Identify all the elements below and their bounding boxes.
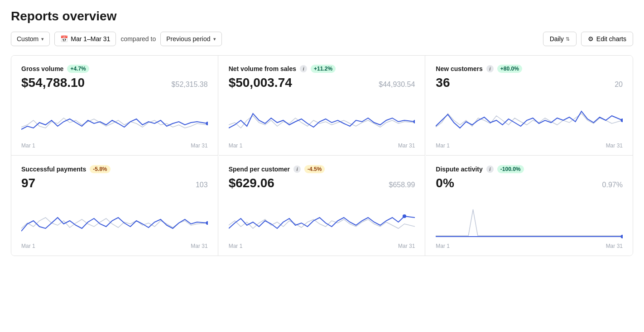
chart-area [21, 95, 208, 141]
previous-period-button[interactable]: Previous period ▾ [160, 32, 221, 46]
status-badge: -4.5% [304, 165, 325, 173]
card-label: Spend per customer [229, 166, 290, 173]
card-values: 0% 0.97% [436, 176, 623, 190]
calendar-icon: 📅 [60, 35, 68, 43]
compared-to-label: compared to [120, 35, 156, 43]
date-end: Mar 31 [606, 142, 623, 149]
svg-point-4 [403, 214, 406, 218]
date-end: Mar 31 [606, 243, 623, 249]
secondary-value: $52,315.38 [172, 81, 208, 89]
card-header: Gross volume +4.7% [21, 65, 208, 73]
date-end: Mar 31 [398, 142, 415, 149]
card-values: $54,788.10 $52,315.38 [21, 76, 208, 90]
status-badge: -100.0% [497, 165, 524, 173]
card-new-customers: New customers i +80.0% 36 20 Mar 1 Mar 3… [426, 56, 633, 156]
chart-dates: Mar 1 Mar 31 [229, 243, 415, 249]
secondary-value: 20 [615, 81, 623, 89]
card-label: New customers [436, 65, 482, 72]
secondary-value: 103 [196, 181, 208, 189]
edit-charts-label: Edit charts [596, 35, 626, 43]
daily-button[interactable]: Daily ⇅ [543, 32, 577, 46]
card-values: 36 20 [436, 76, 623, 90]
svg-point-1 [413, 120, 415, 123]
secondary-value: $44,930.54 [379, 81, 415, 89]
date-end: Mar 31 [398, 243, 415, 249]
primary-value: 0% [436, 176, 454, 190]
primary-value: 36 [436, 76, 450, 90]
line-chart [229, 196, 415, 241]
gear-icon: ⚙ [588, 35, 594, 43]
line-chart [21, 196, 208, 241]
toolbar: Custom ▾ 📅 Mar 1–Mar 31 compared to Prev… [11, 32, 633, 46]
chart-area [229, 95, 415, 141]
line-chart [229, 95, 415, 141]
daily-label: Daily [550, 35, 564, 43]
chart-dates: Mar 1 Mar 31 [21, 243, 208, 249]
date-start: Mar 1 [436, 243, 450, 249]
line-chart [436, 196, 623, 241]
svg-point-5 [621, 235, 623, 238]
date-range-label: Mar 1–Mar 31 [71, 35, 110, 43]
date-start: Mar 1 [21, 142, 35, 149]
card-header: Dispute activity i -100.0% [436, 165, 623, 173]
chart-dates: Mar 1 Mar 31 [436, 243, 623, 249]
info-icon[interactable]: i [293, 166, 301, 173]
card-net-volume: Net volume from sales i +11.2% $50,003.7… [219, 56, 426, 156]
page-title: Reports overview [11, 9, 633, 24]
date-start: Mar 1 [436, 142, 450, 149]
previous-period-label: Previous period [166, 35, 210, 43]
card-label: Gross volume [21, 65, 63, 72]
line-chart [436, 95, 623, 141]
chart-area [436, 196, 623, 241]
chevron-down-icon: ▾ [41, 36, 44, 42]
card-header: New customers i +80.0% [436, 65, 623, 73]
updown-icon: ⇅ [566, 36, 570, 42]
line-chart [21, 95, 208, 141]
primary-value: 97 [21, 176, 35, 190]
status-badge: +80.0% [497, 65, 522, 73]
info-icon[interactable]: i [486, 65, 494, 72]
edit-charts-button[interactable]: ⚙ Edit charts [581, 32, 633, 46]
chart-area [229, 196, 415, 241]
custom-label: Custom [17, 35, 38, 43]
chart-dates: Mar 1 Mar 31 [436, 142, 623, 149]
date-start: Mar 1 [229, 142, 243, 149]
card-header: Spend per customer i -4.5% [229, 165, 415, 173]
secondary-value: 0.97% [602, 181, 623, 189]
card-spend-per-customer: Spend per customer i -4.5% $629.06 $658.… [219, 156, 426, 256]
primary-value: $50,003.74 [229, 76, 292, 90]
card-gross-volume: Gross volume +4.7% $54,788.10 $52,315.38… [11, 56, 218, 156]
info-icon[interactable]: i [300, 65, 307, 72]
metrics-grid: Gross volume +4.7% $54,788.10 $52,315.38… [11, 55, 633, 256]
chart-dates: Mar 1 Mar 31 [21, 142, 208, 149]
card-label: Dispute activity [436, 166, 482, 173]
card-label: Net volume from sales [229, 65, 296, 72]
svg-point-2 [621, 119, 623, 122]
card-successful-payments: Successful payments -5.8% 97 103 Mar 1 M… [11, 156, 218, 256]
card-values: $50,003.74 $44,930.54 [229, 76, 415, 90]
chart-area [21, 196, 208, 241]
chevron-down-icon-2: ▾ [213, 36, 216, 42]
card-values: 97 103 [21, 176, 208, 190]
date-range-button[interactable]: 📅 Mar 1–Mar 31 [54, 32, 116, 46]
card-values: $629.06 $658.99 [229, 176, 415, 190]
card-header: Successful payments -5.8% [21, 165, 208, 173]
status-badge: -5.8% [90, 165, 110, 173]
chart-dates: Mar 1 Mar 31 [229, 142, 415, 149]
primary-value: $54,788.10 [21, 76, 85, 90]
card-header: Net volume from sales i +11.2% [229, 65, 415, 73]
status-badge: +4.7% [67, 65, 89, 73]
status-badge: +11.2% [311, 65, 336, 73]
custom-period-button[interactable]: Custom ▾ [11, 32, 50, 46]
card-dispute-activity: Dispute activity i -100.0% 0% 0.97% Mar … [426, 156, 633, 256]
info-icon[interactable]: i [486, 166, 494, 173]
secondary-value: $658.99 [389, 181, 415, 189]
date-end: Mar 31 [191, 142, 207, 149]
card-label: Successful payments [21, 166, 86, 173]
chart-area [436, 95, 623, 141]
date-start: Mar 1 [21, 243, 35, 249]
svg-point-3 [206, 221, 208, 225]
primary-value: $629.06 [229, 176, 274, 190]
date-start: Mar 1 [229, 243, 243, 249]
date-end: Mar 31 [191, 243, 207, 249]
